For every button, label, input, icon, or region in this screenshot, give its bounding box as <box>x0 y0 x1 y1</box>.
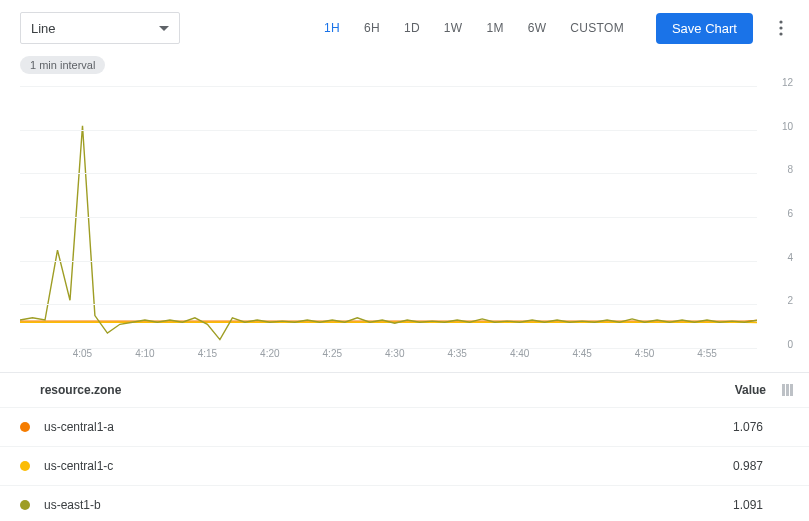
x-axis: 4:054:104:154:204:254:304:354:404:454:50… <box>20 348 757 364</box>
x-tick-label: 4:10 <box>135 348 154 359</box>
time-range-6h[interactable]: 6H <box>352 15 392 41</box>
gridline <box>20 261 757 262</box>
svg-point-0 <box>779 20 782 23</box>
legend-row[interactable]: us-central1-c0.987 <box>0 447 809 486</box>
toolbar: Line 1H6H1D1W1M6WCUSTOM Save Chart <box>0 0 809 52</box>
chart-type-label: Line <box>31 21 56 36</box>
x-tick-label: 4:35 <box>447 348 466 359</box>
series-line <box>20 126 757 340</box>
legend-series-name: us-east1-b <box>44 498 101 512</box>
y-tick-label: 4 <box>763 251 793 262</box>
x-tick-label: 4:40 <box>510 348 529 359</box>
x-tick-label: 4:20 <box>260 348 279 359</box>
more-menu-button[interactable] <box>769 16 793 40</box>
y-tick-label: 8 <box>763 164 793 175</box>
x-tick-label: 4:55 <box>697 348 716 359</box>
legend-series-value: 0.987 <box>733 459 793 473</box>
time-range-1m[interactable]: 1M <box>474 15 515 41</box>
y-tick-label: 6 <box>763 208 793 219</box>
time-range-group: 1H6H1D1W1M6WCUSTOM <box>312 15 636 41</box>
legend-swatch <box>20 422 30 432</box>
chart-plot[interactable] <box>20 82 757 344</box>
gridline <box>20 173 757 174</box>
more-vert-icon <box>779 20 783 36</box>
legend-series-name: us-central1-a <box>44 420 114 434</box>
legend-row[interactable]: us-central1-a1.076 <box>0 408 809 447</box>
gridline <box>20 304 757 305</box>
x-tick-label: 4:25 <box>323 348 342 359</box>
y-tick-label: 10 <box>763 120 793 131</box>
time-range-6w[interactable]: 6W <box>516 15 559 41</box>
save-chart-button[interactable]: Save Chart <box>656 13 753 44</box>
x-tick-label: 4:15 <box>198 348 217 359</box>
y-tick-label: 0 <box>763 339 793 350</box>
legend-table: resource.zone Value us-central1-a1.076us… <box>0 372 809 521</box>
svg-point-2 <box>779 32 782 35</box>
chart-area: 4:054:104:154:204:254:304:354:404:454:50… <box>20 78 793 368</box>
legend-series-value: 1.091 <box>733 498 793 512</box>
columns-icon[interactable] <box>782 384 793 396</box>
time-range-custom[interactable]: CUSTOM <box>558 15 636 41</box>
interval-row: 1 min interval <box>0 52 809 78</box>
gridline <box>20 86 757 87</box>
legend-series-value: 1.076 <box>733 420 793 434</box>
time-range-1d[interactable]: 1D <box>392 15 432 41</box>
x-tick-label: 4:45 <box>572 348 591 359</box>
legend-swatch <box>20 461 30 471</box>
y-tick-label: 12 <box>763 77 793 88</box>
chevron-down-icon <box>159 26 169 31</box>
svg-point-1 <box>779 26 782 29</box>
x-tick-label: 4:05 <box>73 348 92 359</box>
legend-header-label: resource.zone <box>40 383 121 397</box>
time-range-1h[interactable]: 1H <box>312 15 352 41</box>
legend-value-header: Value <box>735 383 774 397</box>
chart-type-select[interactable]: Line <box>20 12 180 44</box>
gridline <box>20 130 757 131</box>
time-range-1w[interactable]: 1W <box>432 15 475 41</box>
legend-swatch <box>20 500 30 510</box>
y-tick-label: 2 <box>763 295 793 306</box>
legend-row[interactable]: us-east1-b1.091 <box>0 486 809 521</box>
legend-header: resource.zone Value <box>0 373 809 408</box>
x-tick-label: 4:50 <box>635 348 654 359</box>
interval-chip: 1 min interval <box>20 56 105 74</box>
legend-series-name: us-central1-c <box>44 459 113 473</box>
x-tick-label: 4:30 <box>385 348 404 359</box>
gridline <box>20 217 757 218</box>
